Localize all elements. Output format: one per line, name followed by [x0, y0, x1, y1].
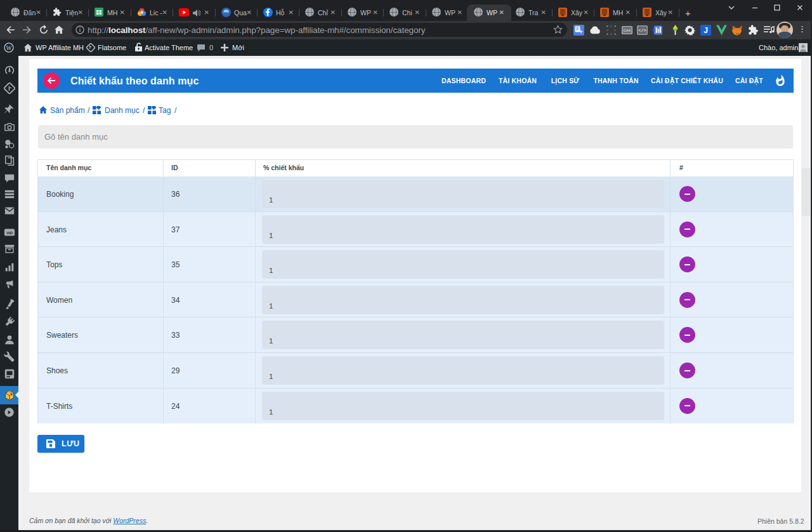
svg-text:J: J	[704, 26, 708, 35]
svg-text:CAX: CAX	[624, 29, 631, 32]
svg-text:</>: </>	[638, 28, 646, 33]
svg-text:W: W	[6, 44, 12, 51]
svg-text:VID: VID	[6, 231, 13, 235]
